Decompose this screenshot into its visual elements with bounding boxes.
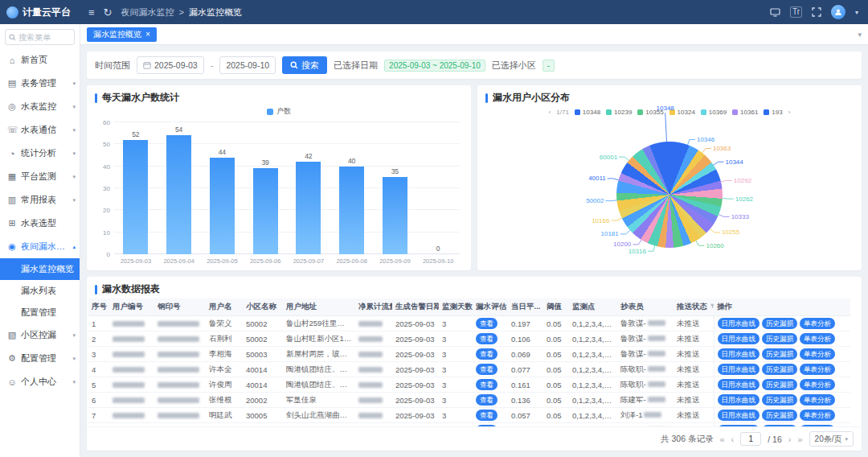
sidebar-search-input[interactable] [18, 33, 71, 42]
cell: 查看 [473, 331, 508, 347]
language-icon[interactable]: Tr [790, 6, 802, 18]
cell: 剑头山北燕湖曲坪场 [283, 408, 355, 423]
cell: 0.05 [543, 347, 569, 362]
chevron-up-icon: ▴ [72, 244, 76, 250]
column-header: 监测点 [569, 298, 617, 316]
redacted-text [648, 336, 665, 341]
monitor-icon[interactable] [770, 8, 780, 17]
history-leak-button[interactable]: 历史漏损 [762, 364, 797, 375]
cell [355, 316, 392, 331]
breadcrumb-parent[interactable]: 夜间漏水监控 [121, 6, 174, 19]
history-leak-button[interactable]: 历史漏损 [762, 410, 797, 421]
sidebar-item-meter-monitor[interactable]: ◎水表监控▾ [0, 95, 80, 118]
daily-water-curve-button[interactable]: 日用水曲线 [718, 394, 760, 406]
view-button[interactable]: 查看 [476, 379, 497, 390]
tab-close-icon[interactable]: × [145, 31, 150, 39]
cell: 0,1,2,3,4,5,6 [569, 347, 617, 362]
daily-water-curve-button[interactable]: 日用水曲线 [718, 348, 760, 360]
single-meter-analysis-button[interactable]: 单表分析 [800, 410, 835, 421]
view-button[interactable]: 查看 [476, 348, 497, 360]
cell: 0,1,2,3,4,5,6 [569, 331, 617, 347]
pie-slice-label: 10346 [697, 136, 715, 143]
sidebar-subitem-leak-list[interactable]: 漏水列表 [0, 280, 80, 302]
cell: 0.05 [543, 393, 569, 408]
daily-water-curve-button[interactable]: 日用水曲线 [718, 333, 760, 344]
y-axis-tick: 40 [103, 163, 110, 170]
date-start-value: 2025-09-03 [154, 60, 198, 70]
single-meter-analysis-button[interactable]: 单表分析 [800, 348, 835, 360]
daily-water-curve-button[interactable]: 日用水曲线 [718, 364, 760, 375]
single-meter-analysis-button[interactable]: 单表分析 [800, 379, 835, 390]
cell: 日用水曲线历史漏损单表分析 [714, 316, 850, 331]
sidebar-item-selection[interactable]: ⊞水表选型 [0, 212, 80, 235]
single-meter-analysis-button[interactable]: 单表分析 [800, 364, 835, 375]
sidebar-item-platform[interactable]: ▦平台监测▾ [0, 165, 80, 188]
bar-legend[interactable]: 户数 [87, 106, 471, 117]
redacted-text [358, 352, 383, 357]
leak-table: 序号用户编号钢印号用户名小区名称用户地址净累计流量生成告警日期监测天数漏水评估当… [88, 298, 850, 426]
date-end-input[interactable]: 2025-09-10 [219, 56, 276, 74]
single-meter-analysis-button[interactable]: 单表分析 [800, 318, 835, 329]
view-button[interactable]: 查看 [476, 394, 497, 406]
last-page-icon[interactable]: » [797, 434, 802, 444]
chevron-down-icon: ▾ [72, 197, 76, 204]
column-header: 用户名 [206, 298, 243, 316]
prev-page-icon[interactable]: ‹ [731, 434, 735, 444]
next-page-icon[interactable]: › [788, 434, 792, 444]
tab-leak-overview[interactable]: 漏水监控概览 × [87, 27, 157, 42]
daily-water-curve-button[interactable]: 日用水曲线 [718, 318, 760, 329]
refresh-icon[interactable]: ↻ [104, 7, 113, 18]
cell: 陈敬职- [617, 362, 674, 377]
single-meter-analysis-button[interactable]: 单表分析 [800, 394, 835, 406]
y-axis-tick: 60 [103, 119, 110, 126]
redacted-text [113, 336, 145, 342]
daily-water-curve-button[interactable]: 日用水曲线 [718, 410, 760, 421]
date-start-input[interactable]: 2025-09-03 [137, 56, 204, 74]
tabbar-collapse-icon[interactable]: ▾ [858, 31, 862, 39]
redacted-text [358, 367, 383, 373]
view-button[interactable]: 查看 [476, 318, 497, 329]
first-page-icon[interactable]: « [719, 434, 724, 444]
meter-comm-icon: ☏ [7, 125, 17, 135]
sidebar-item-night-leak[interactable]: ◉夜间漏水监控▴ [0, 235, 80, 258]
sidebar-search[interactable] [5, 29, 75, 45]
chevron-down-icon: ▾ [72, 379, 76, 385]
page-size-select[interactable]: 20条/页 ▾ [809, 431, 854, 447]
sidebar-item-home[interactable]: ⌂新首页 [0, 48, 80, 72]
title-accent [95, 285, 97, 294]
sidebar-item-reports[interactable]: ▥常用报表▾ [0, 188, 80, 212]
sidebar-item-config[interactable]: ⚙配置管理▾ [0, 347, 80, 370]
cell: 0.077 [508, 362, 543, 377]
history-leak-button[interactable]: 历史漏损 [762, 348, 797, 360]
bar-value-label: 40 [330, 157, 374, 165]
history-leak-button[interactable]: 历史漏损 [762, 379, 797, 390]
sidebar-subitem-leak-config[interactable]: 配置管理 [0, 302, 80, 323]
total-records: 共 306 条记录 [661, 434, 713, 445]
sidebar-item-meter-mgmt[interactable]: ▤表务管理▾ [0, 72, 80, 95]
cell: 鲁敦谋- [617, 347, 674, 362]
sidebar-item-profile[interactable]: ☺个人中心▾ [0, 370, 80, 393]
sidebar-item-stats[interactable]: ◔统计分析▾ [0, 142, 80, 165]
filter-icon[interactable] [710, 303, 714, 309]
sidebar-item-community-leak[interactable]: ▧小区控漏▾ [0, 323, 80, 347]
history-leak-button[interactable]: 历史漏损 [762, 333, 797, 344]
user-menu-caret-icon[interactable]: ▾ [855, 9, 858, 16]
view-button[interactable]: 查看 [476, 333, 497, 344]
history-leak-button[interactable]: 历史漏损 [762, 394, 797, 406]
history-leak-button[interactable]: 历史漏损 [762, 318, 797, 329]
view-button[interactable]: 查看 [476, 410, 497, 421]
meter-admin-icon: ▤ [7, 78, 17, 89]
table-row: 5许俊周40014陶港镇团结庄、碧玻组2025-09-033查看0.1610.0… [88, 377, 850, 393]
sidebar-item-meter-comm[interactable]: ☏水表通信▾ [0, 118, 80, 142]
view-button[interactable]: 查看 [476, 364, 497, 375]
avatar[interactable] [831, 5, 845, 19]
menu-collapse-icon[interactable]: ≡ [88, 7, 95, 18]
search-button[interactable]: 搜索 [282, 56, 327, 74]
sidebar-subitem-leak-overview[interactable]: 漏水监控概览 [0, 258, 80, 280]
fullscreen-icon[interactable] [812, 7, 821, 17]
daily-water-curve-button[interactable]: 日用水曲线 [718, 379, 760, 390]
page-input[interactable] [740, 432, 761, 446]
bar-value-label: 39 [244, 159, 287, 167]
single-meter-analysis-button[interactable]: 单表分析 [800, 333, 835, 344]
cell [355, 393, 392, 408]
